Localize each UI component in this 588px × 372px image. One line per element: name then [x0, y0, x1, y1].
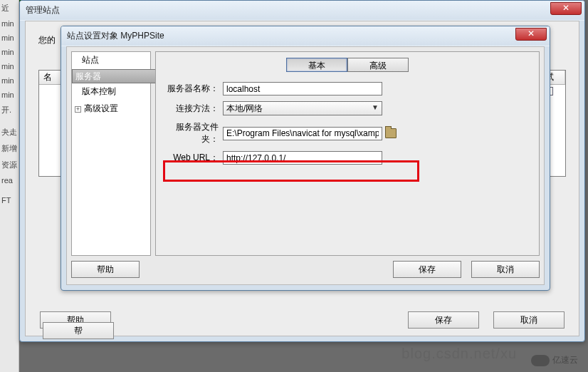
help-button-outer[interactable]: 帮 — [43, 322, 114, 339]
label-conn: 连接方法： — [162, 103, 223, 115]
strip-item: min — [0, 59, 19, 73]
close-button[interactable]: ✕ — [515, 28, 547, 41]
settings-buttons: 帮助 保存 取消 — [71, 259, 540, 280]
close-button[interactable]: ✕ — [550, 2, 582, 15]
strip-item: 夬走 — [0, 124, 19, 140]
watermark-text: 亿速云 — [552, 354, 578, 366]
save-button[interactable]: 保存 — [393, 261, 461, 278]
server-name-input[interactable] — [223, 82, 382, 95]
left-strip: 近 min min min min min min 开. 夬走 新增 资源 re… — [0, 0, 19, 372]
settings-content: 基本高级 服务器名称： 连接方法： 本地/网络 服务器文件夹： Web URL： — [155, 51, 540, 256]
blog-watermark: blog.csdn.net/xu — [401, 346, 517, 362]
sidebar-item-version[interactable]: 版本控制 — [72, 83, 150, 100]
help-button[interactable]: 帮助 — [71, 261, 140, 278]
desc-prefix: 您的 — [38, 35, 56, 45]
cancel-button[interactable]: 取消 — [471, 261, 540, 278]
tab-basic[interactable]: 基本 — [286, 58, 347, 72]
sidebar-item-site[interactable]: 站点 — [72, 52, 150, 69]
label-folder: 服务器文件夹： — [162, 121, 223, 145]
watermark: 亿速云 — [531, 354, 578, 366]
cloud-icon — [531, 355, 550, 366]
save-button[interactable]: 保存 — [408, 311, 479, 329]
strip-item: FT — [0, 193, 19, 207]
tabbar: 基本高级 — [162, 58, 533, 72]
manage-title: 管理站点 — [26, 4, 60, 16]
conn-value: 本地/网络 — [226, 103, 263, 113]
row-server-name: 服务器名称： — [162, 82, 533, 95]
conn-select[interactable]: 本地/网络 — [223, 101, 382, 115]
folder-input[interactable] — [223, 127, 382, 140]
manage-titlebar[interactable]: 管理站点 ✕ — [20, 1, 584, 21]
sidebar-label: 高级设置 — [84, 103, 118, 113]
strip-item: min — [0, 73, 19, 88]
tab-advanced[interactable]: 高级 — [347, 58, 409, 72]
cancel-button[interactable]: 取消 — [493, 311, 565, 329]
strip-item: rea — [0, 173, 19, 187]
expand-icon[interactable]: + — [75, 106, 81, 113]
label-server-name: 服务器名称： — [162, 83, 223, 95]
settings-titlebar[interactable]: 站点设置对象 MyPHPSite ✕ — [61, 26, 550, 46]
strip-item: 资源 — [0, 157, 19, 173]
settings-title: 站点设置对象 MyPHPSite — [67, 30, 164, 42]
label-weburl: Web URL： — [162, 152, 223, 164]
strip-item — [0, 187, 19, 193]
strip-item: min — [0, 45, 19, 59]
weburl-input[interactable] — [223, 151, 382, 165]
settings-body: 站点 服务器 版本控制 +高级设置 基本高级 服务器名称： 连接方法： 本地/网… — [66, 46, 545, 285]
row-folder: 服务器文件夹： — [162, 121, 533, 145]
settings-sidebar: 站点 服务器 版本控制 +高级设置 — [71, 51, 151, 256]
strip-item: min — [0, 31, 19, 45]
row-weburl: Web URL： — [162, 151, 533, 165]
strip-item: min — [0, 16, 19, 31]
strip-item: 开. — [0, 102, 19, 118]
strip-item — [0, 118, 19, 124]
strip-item: min — [0, 88, 19, 102]
site-settings-window: 站点设置对象 MyPHPSite ✕ 站点 服务器 版本控制 +高级设置 基本高… — [61, 26, 550, 291]
strip-item: 近 — [0, 0, 19, 16]
strip-item: 新增 — [0, 140, 19, 157]
folder-browse-icon[interactable] — [385, 128, 397, 138]
sidebar-item-advanced[interactable]: +高级设置 — [72, 100, 150, 118]
row-conn: 连接方法： 本地/网络 — [162, 101, 533, 115]
